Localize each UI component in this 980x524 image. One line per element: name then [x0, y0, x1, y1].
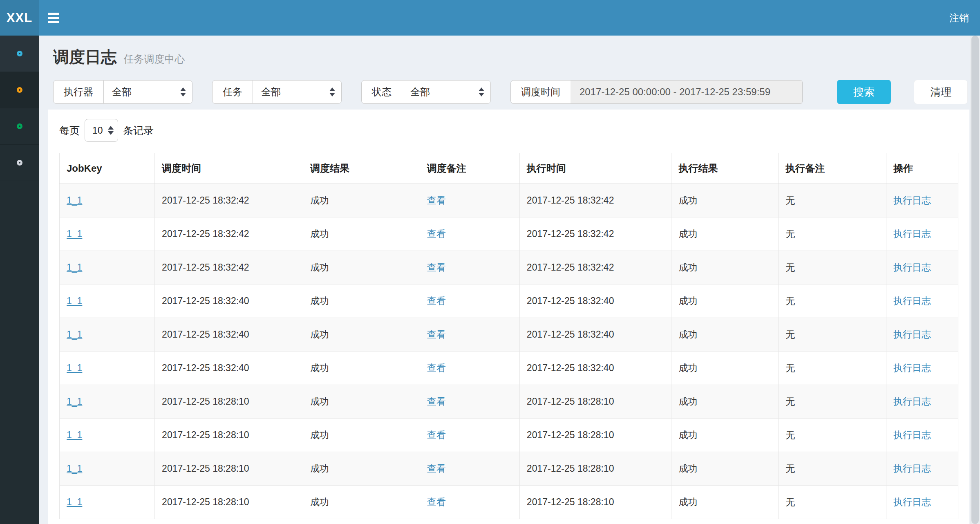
handle-msg-cell: 无 [779, 385, 886, 419]
job-filter-group: 任务 全部 [212, 80, 342, 104]
trigger-msg-view-link[interactable]: 查看 [427, 363, 446, 373]
app-logo[interactable]: XXL [0, 0, 39, 36]
trigger-msg-view-link[interactable]: 查看 [427, 262, 446, 273]
sidebar-item-3[interactable] [0, 108, 39, 145]
jobkey-link[interactable]: 1_1 [67, 195, 82, 206]
jobkey-link[interactable]: 1_1 [67, 396, 82, 407]
clear-button[interactable]: 清理 [914, 80, 968, 104]
table-row: 1_12017-12-25 18:32:42成功查看2017-12-25 18:… [60, 184, 958, 217]
executor-select[interactable]: 全部 [103, 80, 192, 104]
column-header: 调度时间 [155, 153, 303, 184]
select-stepper-icon [479, 87, 484, 96]
jobkey-link[interactable]: 1_1 [67, 329, 82, 340]
table-row: 1_12017-12-25 18:28:10成功查看2017-12-25 18:… [60, 452, 958, 486]
exec-log-link[interactable]: 执行日志 [893, 396, 931, 407]
handle-time-cell: 2017-12-25 18:28:10 [519, 452, 671, 486]
sidebar-item-2[interactable] [0, 72, 39, 108]
handle-msg-cell: 无 [779, 318, 886, 352]
trigger-msg-view-link[interactable]: 查看 [427, 195, 446, 206]
trigger-result-cell: 成功 [303, 419, 420, 452]
column-header: 执行备注 [779, 153, 886, 184]
handle-result-cell: 成功 [671, 318, 779, 352]
status-filter-label: 状态 [361, 80, 402, 104]
trigger-result-cell: 成功 [303, 452, 420, 486]
exec-log-link[interactable]: 执行日志 [893, 296, 931, 306]
trigger-msg-view-link[interactable]: 查看 [427, 329, 446, 340]
select-stepper-icon [108, 126, 114, 135]
exec-log-link[interactable]: 执行日志 [893, 195, 931, 206]
select-stepper-icon [180, 87, 186, 96]
trigger-result-cell: 成功 [303, 284, 420, 318]
exec-log-link[interactable]: 执行日志 [893, 228, 931, 239]
trigger-msg-view-link[interactable]: 查看 [427, 463, 446, 474]
sidebar-item-4[interactable] [0, 145, 39, 181]
exec-log-link[interactable]: 执行日志 [893, 430, 931, 440]
top-navbar: XXL 注销 [0, 0, 980, 36]
jobkey-link[interactable]: 1_1 [67, 497, 82, 507]
exec-log-link[interactable]: 执行日志 [893, 262, 931, 273]
exec-log-link[interactable]: 执行日志 [893, 497, 931, 507]
trigger-time-cell: 2017-12-25 18:28:10 [155, 385, 303, 419]
table-row: 1_12017-12-25 18:32:40成功查看2017-12-25 18:… [60, 284, 958, 318]
handle-msg-cell: 无 [779, 284, 886, 318]
column-header: 执行结果 [671, 153, 779, 184]
trigger-time-cell: 2017-12-25 18:32:40 [155, 352, 303, 385]
trigger-result-cell: 成功 [303, 251, 420, 284]
handle-msg-cell: 无 [779, 486, 886, 519]
trigger-msg-view-link[interactable]: 查看 [427, 430, 446, 440]
status-filter-group: 状态 全部 [361, 80, 491, 104]
handle-result-cell: 成功 [671, 251, 779, 284]
scrollbar-track [970, 36, 980, 524]
column-header: 执行时间 [519, 153, 671, 184]
sidebar-item-1[interactable] [0, 36, 39, 72]
trigger-result-cell: 成功 [303, 352, 420, 385]
jobkey-link[interactable]: 1_1 [67, 463, 82, 474]
trigger-time-cell: 2017-12-25 18:28:10 [155, 452, 303, 486]
circle-icon [17, 123, 22, 129]
handle-result-cell: 成功 [671, 385, 779, 419]
handle-time-cell: 2017-12-25 18:28:10 [519, 486, 671, 519]
trigger-msg-view-link[interactable]: 查看 [427, 228, 446, 239]
trigger-msg-view-link[interactable]: 查看 [427, 296, 446, 306]
search-button[interactable]: 搜索 [837, 80, 891, 104]
trigger-msg-view-link[interactable]: 查看 [427, 396, 446, 407]
page-header: 调度日志 任务调度中心 [53, 46, 185, 68]
handle-msg-cell: 无 [779, 452, 886, 486]
hamburger-icon[interactable] [39, 0, 68, 36]
exec-log-link[interactable]: 执行日志 [893, 363, 931, 373]
trigger-time-filter-label: 调度时间 [510, 80, 571, 104]
handle-result-cell: 成功 [671, 352, 779, 385]
jobkey-link[interactable]: 1_1 [67, 430, 82, 440]
trigger-time-range-input[interactable]: 2017-12-25 00:00:00 - 2017-12-25 23:59:5… [571, 80, 803, 104]
trigger-msg-view-link[interactable]: 查看 [427, 497, 446, 507]
log-table-panel: 每页 10 条记录 JobKey调度时间调度结果调度备注执行时间执行结果执行备注… [48, 110, 969, 524]
trigger-time-cell: 2017-12-25 18:28:10 [155, 419, 303, 452]
jobkey-link[interactable]: 1_1 [67, 296, 82, 306]
handle-result-cell: 成功 [671, 184, 779, 217]
handle-result-cell: 成功 [671, 452, 779, 486]
select-stepper-icon [329, 87, 335, 96]
trigger-time-cell: 2017-12-25 18:32:42 [155, 184, 303, 217]
table-row: 1_12017-12-25 18:32:40成功查看2017-12-25 18:… [60, 352, 958, 385]
job-select[interactable]: 全部 [253, 80, 342, 104]
executor-filter-label: 执行器 [53, 80, 103, 104]
handle-time-cell: 2017-12-25 18:32:40 [519, 318, 671, 352]
table-row: 1_12017-12-25 18:28:10成功查看2017-12-25 18:… [60, 486, 958, 519]
trigger-time-cell: 2017-12-25 18:32:42 [155, 251, 303, 284]
status-select[interactable]: 全部 [402, 80, 491, 104]
circle-icon [17, 160, 22, 166]
scrollbar-thumb[interactable] [971, 36, 979, 524]
column-header: JobKey [60, 153, 155, 184]
circle-icon [17, 51, 22, 56]
job-select-value: 全部 [261, 85, 281, 99]
exec-log-link[interactable]: 执行日志 [893, 463, 931, 474]
handle-result-cell: 成功 [671, 284, 779, 318]
jobkey-link[interactable]: 1_1 [67, 363, 82, 373]
page-size-select[interactable]: 10 [85, 119, 118, 142]
exec-log-link[interactable]: 执行日志 [893, 329, 931, 340]
content-area: 调度日志 任务调度中心 执行器 全部 任务 全部 状态 全部 调度 [39, 36, 980, 524]
logout-link[interactable]: 注销 [938, 0, 980, 36]
jobkey-link[interactable]: 1_1 [67, 228, 82, 239]
column-header: 调度结果 [303, 153, 420, 184]
jobkey-link[interactable]: 1_1 [67, 262, 82, 273]
